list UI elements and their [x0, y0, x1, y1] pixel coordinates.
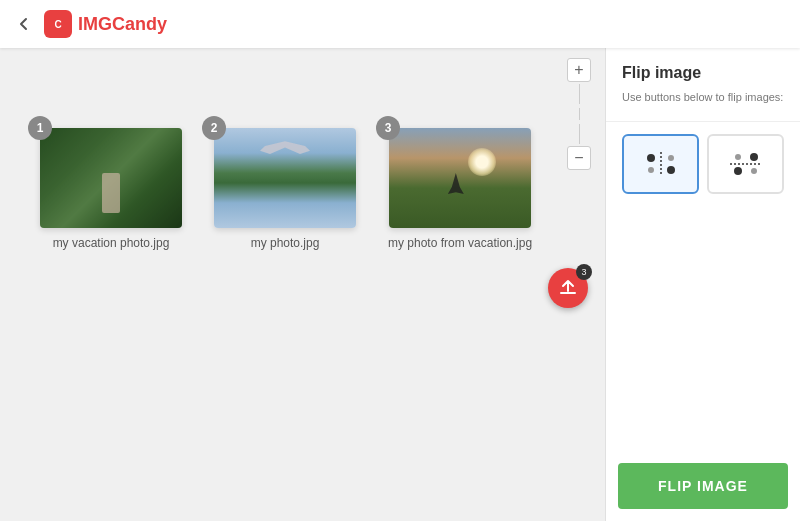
- logo-img: IMG: [78, 14, 112, 34]
- images-grid: 1 my vacation photo.jpg 2 my photo.jpg 3…: [0, 48, 605, 290]
- flip-horizontal-option[interactable]: [622, 134, 699, 194]
- image-number-badge: 3: [376, 116, 400, 140]
- flip-options: [606, 122, 800, 206]
- image-thumbnail[interactable]: [389, 128, 531, 228]
- svg-point-3: [648, 167, 654, 173]
- svg-point-5: [668, 155, 674, 161]
- image-label: my photo.jpg: [251, 236, 320, 250]
- image-number-badge: 2: [202, 116, 226, 140]
- panel-description: Use buttons below to flip images:: [622, 90, 784, 105]
- header: C IMGCandy: [0, 0, 800, 48]
- zoom-in-button[interactable]: +: [567, 58, 591, 82]
- flip-vertical-option[interactable]: [707, 134, 784, 194]
- logo-candy: Candy: [112, 14, 167, 34]
- svg-point-11: [751, 168, 757, 174]
- logo: C IMGCandy: [44, 10, 167, 38]
- svg-point-10: [734, 167, 742, 175]
- right-panel-header: Flip image Use buttons below to flip ima…: [606, 48, 800, 122]
- flip-button-container: FLIP IMAGE: [606, 451, 800, 521]
- flip-image-button[interactable]: FLIP IMAGE: [618, 463, 788, 509]
- image-item: 1 my vacation photo.jpg: [40, 128, 182, 250]
- zoom-separator2: [579, 124, 580, 144]
- image-number-badge: 1: [28, 116, 52, 140]
- image-thumbnail[interactable]: [40, 128, 182, 228]
- back-button[interactable]: [16, 16, 32, 32]
- svg-point-2: [647, 154, 655, 162]
- zoom-controls: + −: [567, 58, 591, 170]
- svg-point-6: [667, 166, 675, 174]
- svg-point-8: [750, 153, 758, 161]
- right-panel: Flip image Use buttons below to flip ima…: [605, 48, 800, 521]
- image-item: 2 my photo.jpg: [214, 128, 356, 250]
- zoom-out-button[interactable]: −: [567, 146, 591, 170]
- flip-horizontal-icon: [643, 150, 679, 178]
- upload-badge-button[interactable]: 3: [548, 268, 588, 308]
- spacer: [606, 206, 800, 451]
- panel-title: Flip image: [622, 64, 784, 82]
- svg-point-7: [735, 154, 741, 160]
- flip-vertical-icon: [728, 150, 764, 178]
- image-label: my photo from vacation.jpg: [388, 236, 532, 250]
- image-thumbnail[interactable]: [214, 128, 356, 228]
- main-layout: + − 1 my vacation photo.jpg 2 my photo.j…: [0, 48, 800, 521]
- left-panel: + − 1 my vacation photo.jpg 2 my photo.j…: [0, 48, 605, 521]
- upload-badge-count: 3: [576, 264, 592, 280]
- logo-icon: C: [44, 10, 72, 38]
- zoom-line: [579, 108, 580, 120]
- logo-text: IMGCandy: [78, 14, 167, 35]
- zoom-separator: [579, 84, 580, 104]
- image-item: 3 my photo from vacation.jpg: [388, 128, 532, 250]
- svg-text:C: C: [54, 19, 61, 30]
- image-label: my vacation photo.jpg: [53, 236, 170, 250]
